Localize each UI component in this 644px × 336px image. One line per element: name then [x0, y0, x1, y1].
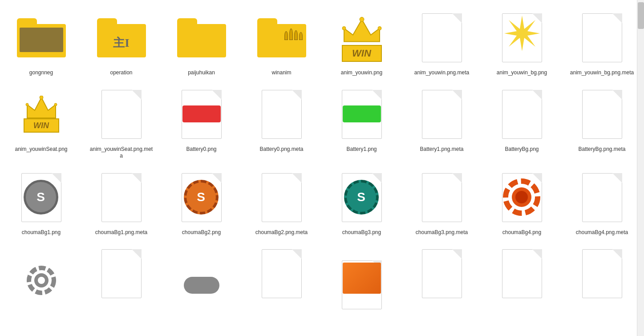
- list-item[interactable]: 主I operation: [85, 7, 158, 79]
- list-item[interactable]: anim_youwin.png.meta: [405, 7, 478, 79]
- doc-icon: [573, 245, 631, 303]
- folder-gongnneg-icon: [12, 9, 70, 67]
- list-item[interactable]: BatteryBg.png: [485, 83, 559, 162]
- doc-icon: [253, 169, 311, 227]
- file-explorer: gongnneg 主I operation: [0, 0, 644, 336]
- list-item[interactable]: Battery0.png.meta: [245, 83, 318, 162]
- file-label: choumaBg4.png: [502, 229, 541, 236]
- chouma3-icon: S: [333, 169, 391, 227]
- file-label: choumaBg1.png.meta: [95, 229, 147, 236]
- list-item[interactable]: choumaBg2.png.meta: [245, 166, 318, 239]
- doc-icon: [493, 85, 551, 143]
- list-item[interactable]: BatteryBg.png.meta: [565, 83, 637, 162]
- list-item[interactable]: anim_youwinSeat.png.meta: [85, 83, 158, 162]
- svg-point-6: [40, 96, 43, 99]
- scrollbar-thumb[interactable]: [638, 2, 644, 29]
- file-label: gongnneg: [29, 69, 53, 77]
- list-item[interactable]: [165, 243, 238, 308]
- file-label: Battery0.png: [186, 146, 216, 153]
- list-item[interactable]: anim_youwin_bg.png.meta: [565, 7, 637, 79]
- svg-point-11: [515, 191, 528, 203]
- list-item[interactable]: [85, 243, 158, 308]
- file-label: anim_youwin.png.meta: [414, 69, 469, 77]
- win-crown-icon: WIN: [333, 9, 391, 67]
- gear-bottom-icon: [12, 245, 70, 303]
- list-item[interactable]: [4, 243, 78, 308]
- file-label: Battery0.png.meta: [259, 146, 303, 153]
- file-label: choumaBg2.png.meta: [255, 229, 308, 236]
- list-item[interactable]: [485, 243, 559, 308]
- list-item[interactable]: Battery1.png: [325, 83, 398, 162]
- file-label: anim_youwin_bg.png.meta: [570, 69, 634, 77]
- orange-rect-icon: [333, 245, 391, 303]
- file-label: Battery1.png.meta: [420, 146, 463, 153]
- file-label: choumaBg3.png: [342, 229, 381, 236]
- list-item[interactable]: choumaBg4.png: [485, 166, 559, 239]
- svg-point-7: [26, 103, 28, 106]
- list-item[interactable]: gongnneg: [4, 7, 78, 79]
- svg-point-2: [342, 27, 346, 30]
- doc-icon: [413, 85, 471, 143]
- doc-icon: [573, 85, 631, 143]
- svg-point-1: [360, 17, 364, 22]
- file-label: operation: [110, 69, 132, 77]
- file-label: choumaBg1.png: [22, 229, 61, 236]
- file-label: anim_youwin.png: [341, 69, 382, 77]
- list-item[interactable]: Battery1.png.meta: [405, 83, 478, 162]
- list-item[interactable]: S choumaBg1.png: [4, 166, 78, 239]
- file-label: BatteryBg.png.meta: [578, 146, 625, 153]
- list-item[interactable]: [565, 243, 637, 308]
- doc-icon: [93, 169, 150, 227]
- list-item[interactable]: [245, 243, 318, 308]
- list-item[interactable]: [405, 243, 478, 308]
- file-label: paijuhuikan: [188, 69, 215, 77]
- chouma4-icon: [493, 169, 551, 227]
- doc-icon: [573, 169, 631, 227]
- file-label: BatteryBg.png: [505, 146, 539, 153]
- battery0-icon: [173, 85, 231, 143]
- doc-icon: [253, 85, 311, 143]
- list-item[interactable]: choumaBg4.png.meta: [565, 166, 637, 239]
- doc-icon: [253, 245, 311, 303]
- file-label: anim_youwinSeat.png: [15, 146, 67, 153]
- chouma2-icon: S: [173, 169, 231, 227]
- toggle-bottom-icon: [173, 245, 231, 303]
- svg-marker-0: [344, 20, 380, 42]
- list-item[interactable]: choumaBg3.png.meta: [405, 166, 478, 239]
- file-label: choumaBg3.png.meta: [416, 229, 468, 236]
- starburst-icon: [493, 9, 551, 67]
- file-label: anim_youwin_bg.png: [497, 69, 547, 77]
- list-item[interactable]: WIN anim_youwin.png: [325, 7, 398, 79]
- svg-marker-5: [27, 97, 56, 118]
- folder-paijuhuikan-icon: [173, 9, 231, 67]
- list-item[interactable]: anim_youwin_bg.png: [485, 7, 559, 79]
- list-item[interactable]: winanim: [245, 7, 318, 79]
- svg-point-8: [54, 103, 57, 106]
- file-label: anim_youwinSeat.png.meta: [89, 146, 154, 160]
- file-label: Battery1.png: [346, 146, 377, 153]
- file-label: choumaBg2.png: [182, 229, 221, 236]
- list-item[interactable]: S choumaBg2.png: [165, 166, 238, 239]
- scrollbar[interactable]: [637, 0, 644, 336]
- file-label: winanim: [271, 69, 291, 77]
- doc-icon: [413, 245, 471, 303]
- battery1-icon: [333, 85, 391, 143]
- list-item[interactable]: WIN anim_youwinSeat.png: [4, 83, 78, 162]
- svg-point-3: [378, 27, 381, 30]
- doc-icon: [93, 85, 150, 143]
- svg-marker-4: [504, 16, 540, 51]
- list-item[interactable]: Battery0.png: [165, 83, 238, 162]
- doc-icon: [413, 9, 471, 67]
- doc-icon: [573, 9, 631, 67]
- list-item[interactable]: [325, 243, 398, 308]
- content-area[interactable]: gongnneg 主I operation: [0, 0, 637, 336]
- list-item[interactable]: choumaBg1.png.meta: [85, 166, 158, 239]
- doc-icon: [93, 245, 150, 303]
- win-seat-icon: WIN: [12, 85, 70, 143]
- list-item[interactable]: paijuhuikan: [165, 7, 238, 79]
- file-label: choumaBg4.png.meta: [576, 229, 628, 236]
- chouma1-icon: S: [12, 169, 70, 227]
- list-item[interactable]: S choumaBg3.png: [325, 166, 398, 239]
- icons-grid: gongnneg 主I operation: [2, 4, 635, 310]
- doc-icon: [493, 245, 551, 303]
